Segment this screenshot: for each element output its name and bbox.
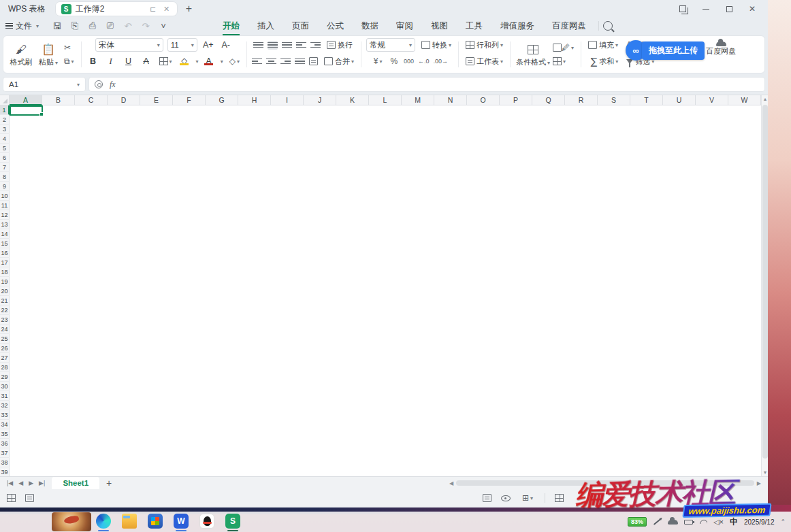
grow-font-button[interactable]: A+ bbox=[201, 39, 215, 51]
column-header-H[interactable]: H bbox=[238, 95, 271, 105]
column-header-L[interactable]: L bbox=[369, 95, 402, 105]
column-header-E[interactable]: E bbox=[140, 95, 173, 105]
decrease-indent-button[interactable] bbox=[296, 41, 306, 50]
minimize-button[interactable] bbox=[694, 1, 717, 17]
taskbar-app-qq[interactable] bbox=[199, 514, 215, 531]
prev-sheet-icon[interactable]: ◀ bbox=[18, 480, 23, 486]
pen-icon[interactable] bbox=[653, 521, 662, 522]
taskbar-app-wps[interactable]: S bbox=[225, 514, 241, 531]
row-header-35[interactable]: 35 bbox=[0, 429, 10, 439]
column-header-M[interactable]: M bbox=[402, 95, 434, 105]
scroll-left-icon[interactable]: ◀ bbox=[449, 480, 453, 486]
cell-style-button[interactable]: ▾ bbox=[551, 54, 576, 68]
row-header-9[interactable]: 9 bbox=[0, 182, 10, 191]
row-header-29[interactable]: 29 bbox=[0, 372, 10, 382]
menu-tab-审阅[interactable]: 审阅 bbox=[388, 18, 421, 34]
row-header-12[interactable]: 12 bbox=[0, 210, 10, 220]
decrease-decimal-button[interactable]: .00→ bbox=[434, 59, 449, 65]
network-icon[interactable] bbox=[699, 519, 707, 525]
horizontal-scrollbar[interactable]: ◀ ▶ bbox=[449, 480, 761, 486]
column-header-A[interactable]: A bbox=[10, 95, 42, 105]
column-header-K[interactable]: K bbox=[336, 95, 369, 105]
scroll-up-icon[interactable]: ▲ bbox=[762, 95, 769, 103]
first-sheet-icon[interactable]: |◀ bbox=[7, 480, 13, 486]
row-header-2[interactable]: 2 bbox=[0, 115, 10, 124]
clock[interactable]: 2025/9/12 bbox=[744, 518, 775, 526]
taskbar-app-store[interactable] bbox=[147, 514, 163, 531]
formula-bar[interactable]: fx bbox=[88, 77, 765, 92]
more-icon[interactable]: ˅ bbox=[156, 21, 171, 31]
format-painter-button[interactable]: 🖌 格式刷 bbox=[7, 39, 35, 70]
normal-view-icon[interactable] bbox=[483, 494, 491, 502]
cut-button[interactable]: ✂ bbox=[62, 41, 76, 54]
column-header-J[interactable]: J bbox=[304, 95, 336, 105]
menu-tab-百度网盘[interactable]: 百度网盘 bbox=[544, 18, 594, 34]
wrap-text-button[interactable]: 换行 bbox=[325, 38, 355, 52]
row-header-20[interactable]: 20 bbox=[0, 286, 10, 296]
font-name-combo[interactable]: 宋体 ▾ bbox=[95, 38, 163, 52]
select-all-corner[interactable] bbox=[0, 95, 10, 105]
row-header-16[interactable]: 16 bbox=[0, 248, 10, 258]
column-header-B[interactable]: B bbox=[42, 95, 75, 105]
column-header-F[interactable]: F bbox=[173, 95, 206, 105]
convert-button[interactable]: 转换▾ bbox=[419, 38, 453, 52]
vertical-scroll-thumb[interactable] bbox=[762, 105, 768, 459]
rows-columns-button[interactable]: 行和列▾ bbox=[464, 38, 505, 52]
spreadsheet-grid[interactable]: ABCDEFGHIJKLMNOPQRSTUVW 1234567891011121… bbox=[0, 95, 768, 476]
highlight-color-button[interactable]: ◇ bbox=[178, 57, 191, 65]
print-preview-icon[interactable]: ⎚ bbox=[103, 20, 118, 31]
battery-icon[interactable] bbox=[684, 520, 693, 525]
menu-tab-插入[interactable]: 插入 bbox=[249, 18, 282, 34]
sum-button[interactable]: ∑求和▾ bbox=[589, 54, 620, 68]
pin-icon[interactable]: ⊏ bbox=[148, 5, 158, 14]
row-header-25[interactable]: 25 bbox=[0, 334, 10, 344]
align-top-button[interactable] bbox=[253, 41, 263, 50]
column-header-Q[interactable]: Q bbox=[532, 95, 565, 105]
volume-muted-icon[interactable]: ◁× bbox=[713, 518, 724, 527]
app-label[interactable]: WPS 表格 bbox=[0, 3, 55, 15]
increase-indent-button[interactable] bbox=[310, 41, 321, 50]
row-header-10[interactable]: 10 bbox=[0, 191, 10, 201]
row-header-11[interactable]: 11 bbox=[0, 201, 10, 210]
currency-button[interactable]: ¥▾ bbox=[372, 54, 385, 68]
menu-tab-工具[interactable]: 工具 bbox=[457, 18, 491, 34]
column-header-I[interactable]: I bbox=[271, 95, 304, 105]
battery-percent-badge[interactable]: 83% bbox=[628, 517, 647, 527]
row-header-4[interactable]: 4 bbox=[0, 134, 10, 144]
borders-button[interactable]: ▾ bbox=[157, 54, 174, 68]
row-header-13[interactable]: 13 bbox=[0, 220, 10, 229]
row-header-5[interactable]: 5 bbox=[0, 144, 10, 153]
row-header-36[interactable]: 36 bbox=[0, 439, 10, 448]
merge-cells-button[interactable]: 合并▾ bbox=[322, 54, 356, 68]
row-header-32[interactable]: 32 bbox=[0, 401, 10, 410]
page-layout-icon[interactable] bbox=[555, 494, 564, 502]
column-header-D[interactable]: D bbox=[108, 95, 140, 105]
column-header-T[interactable]: T bbox=[630, 95, 663, 105]
align-center-button[interactable] bbox=[266, 57, 276, 66]
selected-cell-a1[interactable] bbox=[10, 105, 43, 116]
row-header-17[interactable]: 17 bbox=[0, 258, 10, 267]
vertical-text-button[interactable] bbox=[309, 57, 318, 65]
cloud-icon[interactable] bbox=[668, 520, 678, 525]
row-header-7[interactable]: 7 bbox=[0, 163, 10, 172]
underline-button[interactable]: U bbox=[122, 55, 135, 67]
column-header-V[interactable]: V bbox=[696, 95, 728, 105]
function-search-icon[interactable] bbox=[95, 80, 103, 88]
row-header-26[interactable]: 26 bbox=[0, 344, 10, 353]
column-header-N[interactable]: N bbox=[434, 95, 467, 105]
name-box[interactable]: A1 ▾ bbox=[3, 77, 86, 92]
increase-decimal-button[interactable]: ←.0 bbox=[418, 59, 430, 65]
row-header-3[interactable]: 3 bbox=[0, 124, 10, 134]
justify-button[interactable] bbox=[295, 57, 305, 66]
conditional-format-button[interactable]: 条件格式▾ bbox=[515, 39, 551, 70]
worksheet-button[interactable]: 工作表▾ bbox=[464, 54, 505, 68]
row-header-24[interactable]: 24 bbox=[0, 325, 10, 334]
row-header-27[interactable]: 27 bbox=[0, 353, 10, 363]
close-button[interactable]: ✕ bbox=[741, 1, 764, 17]
taskbar-image-thumbnail[interactable] bbox=[52, 512, 91, 531]
sheet-manager-icon[interactable] bbox=[7, 494, 16, 502]
horizontal-scroll-thumb[interactable] bbox=[456, 480, 754, 486]
display-mode-icon[interactable]: ⊞▾ bbox=[520, 491, 535, 505]
row-header-14[interactable]: 14 bbox=[0, 229, 10, 239]
taskbar-app-word[interactable]: W bbox=[173, 514, 189, 531]
